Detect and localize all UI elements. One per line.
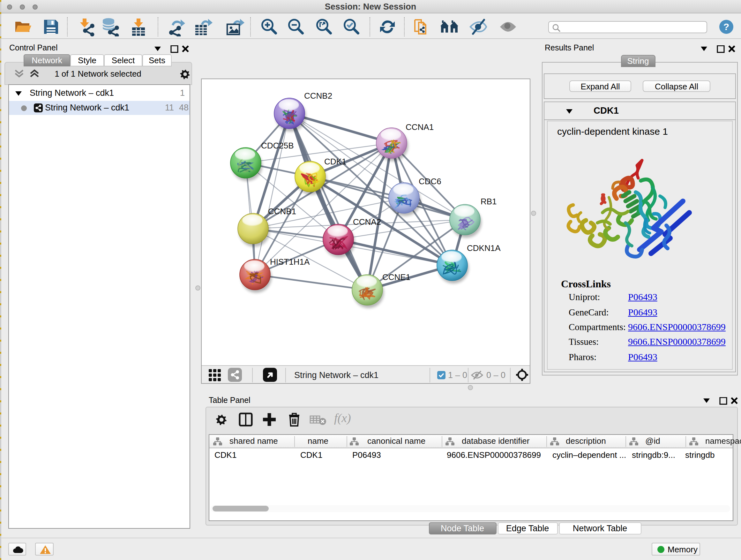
svg-text:CCNE1: CCNE1 [382,272,410,282]
svg-text:RB1: RB1 [481,197,497,206]
svg-text:CDK1: CDK1 [324,157,346,166]
svg-text:CCNA1: CCNA1 [406,122,434,132]
svg-text:CCNB2: CCNB2 [304,91,332,101]
svg-text:HIST1H1A: HIST1H1A [270,257,310,266]
svg-text:CDC6: CDC6 [419,177,441,186]
svg-text:CDC25B: CDC25B [261,141,294,150]
svg-text:CDKN1A: CDKN1A [467,243,501,253]
svg-text:CCNB1: CCNB1 [268,206,296,216]
svg-text:CCNA2: CCNA2 [353,217,381,227]
